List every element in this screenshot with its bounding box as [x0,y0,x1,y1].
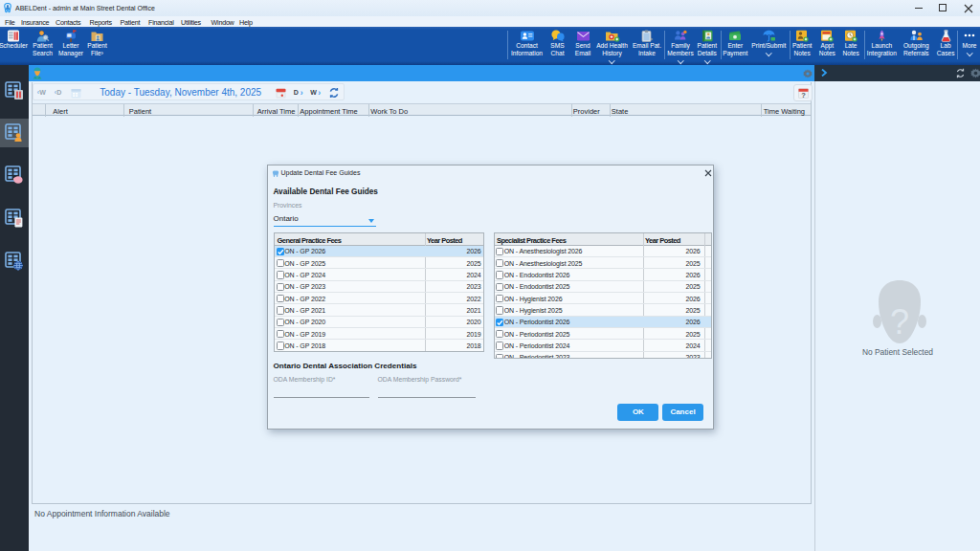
svg-text:?: ? [889,302,908,342]
svg-text:?: ? [802,91,807,99]
